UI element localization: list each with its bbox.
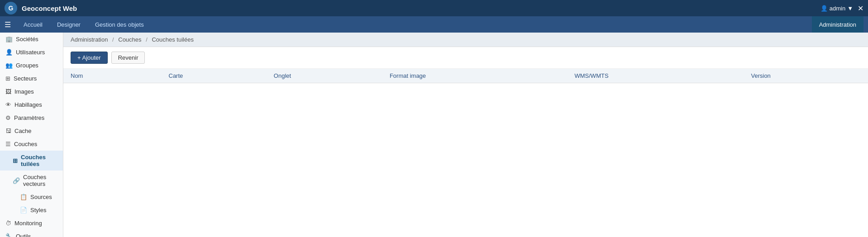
outils-icon: 🔧 <box>5 233 13 237</box>
back-button[interactable]: Revenir <box>111 52 145 64</box>
sidebar-item-parametres[interactable]: ⚙Paramètres <box>0 111 63 124</box>
navbar: ☰ Accueil Designer Gestion des objets Ad… <box>0 16 868 33</box>
sidebar-item-sources[interactable]: 📋Sources <box>0 190 63 204</box>
sidebar-item-groupes[interactable]: 👥Groupes <box>0 59 63 72</box>
sources-icon: 📋 <box>20 194 27 200</box>
data-table: Nom Carte Onglet Format image WMS/WMTS V… <box>63 69 868 83</box>
sidebar-label-cache: Cache <box>14 128 32 134</box>
col-format-image: Format image <box>382 69 568 83</box>
sidebar-item-images[interactable]: 🖼Images <box>0 85 63 98</box>
breadcrumb-part-2: Couches tuilées <box>152 36 194 43</box>
sidebar-label-groupes: Groupes <box>16 62 38 69</box>
table-area: Nom Carte Onglet Format image WMS/WMTS V… <box>63 69 868 237</box>
col-version: Version <box>744 69 868 83</box>
habillages-icon: 👁 <box>5 101 11 108</box>
username-label: admin <box>830 5 845 12</box>
sidebar-label-parametres: Paramètres <box>14 114 44 121</box>
sidebar-label-styles: Styles <box>30 207 46 213</box>
sidebar-label-couches-tuiles: Couches tuilées <box>21 154 57 167</box>
main-content: Administration / Couches / Couches tuilé… <box>63 33 868 237</box>
close-icon[interactable]: ✕ <box>858 4 863 13</box>
sidebar-label-couches: Couches <box>14 141 37 147</box>
sidebar-item-cache[interactable]: 🖫Cache <box>0 124 63 137</box>
sidebar-label-images: Images <box>14 88 34 95</box>
couches-icon: ☰ <box>5 141 11 147</box>
app-logo: G <box>5 2 17 14</box>
col-onglet: Onglet <box>267 69 382 83</box>
sidebar-label-outils: Outils <box>16 233 31 237</box>
sidebar-item-couches-tuiles[interactable]: ⊞Couches tuilées <box>0 151 63 171</box>
topbar-right: 👤 admin ▼ ✕ <box>820 4 863 13</box>
breadcrumb: Administration / Couches / Couches tuilé… <box>63 33 868 47</box>
images-icon: 🖼 <box>5 88 11 95</box>
cache-icon: 🖫 <box>5 128 11 134</box>
breadcrumb-sep-1: / <box>146 36 148 43</box>
sidebar-label-couches-vecteurs: Couches vecteurs <box>23 174 57 187</box>
nav-accueil[interactable]: Accueil <box>17 19 49 31</box>
monitoring-icon: ⏱ <box>5 220 11 227</box>
sidebar-label-societes: Sociétés <box>16 36 38 43</box>
sidebar-item-secteurs[interactable]: ⊞Secteurs <box>0 72 63 85</box>
sidebar-label-monitoring: Monitoring <box>14 220 42 227</box>
sidebar-item-monitoring[interactable]: ⏱Monitoring <box>0 217 63 230</box>
breadcrumb-part-0: Administration <box>71 36 108 43</box>
breadcrumb-part-1: Couches <box>118 36 141 43</box>
table-header-row: Nom Carte Onglet Format image WMS/WMTS V… <box>63 69 868 83</box>
couches-vecteurs-icon: 🔗 <box>13 177 20 184</box>
user-icon: 👤 <box>820 5 828 12</box>
groupes-icon: 👥 <box>5 62 13 69</box>
hamburger-icon[interactable]: ☰ <box>5 20 11 29</box>
navbar-left: ☰ Accueil Designer Gestion des objets <box>5 19 150 31</box>
parametres-icon: ⚙ <box>5 114 11 121</box>
topbar-left: G Geoconcept Web <box>5 2 77 14</box>
styles-icon: 📄 <box>20 207 27 213</box>
col-nom: Nom <box>63 69 162 83</box>
col-wms-wmts: WMS/WMTS <box>567 69 744 83</box>
sidebar-item-couches-vecteurs[interactable]: 🔗Couches vecteurs <box>0 171 63 190</box>
societes-icon: 🏢 <box>5 36 13 43</box>
couches-tuiles-icon: ⊞ <box>13 157 18 164</box>
col-carte: Carte <box>162 69 267 83</box>
topbar: G Geoconcept Web 👤 admin ▼ ✕ <box>0 0 868 16</box>
sidebar: 🏢Sociétés👤Utilisateurs👥Groupes⊞Secteurs🖼… <box>0 33 63 237</box>
sidebar-label-sources: Sources <box>30 194 52 200</box>
dropdown-icon: ▼ <box>847 5 853 12</box>
sidebar-label-habillages: Habillages <box>14 101 42 108</box>
administration-button[interactable]: Administration <box>812 16 863 33</box>
sidebar-item-societes[interactable]: 🏢Sociétés <box>0 33 63 46</box>
sidebar-item-couches[interactable]: ☰Couches <box>0 137 63 151</box>
nav-designer[interactable]: Designer <box>51 19 87 31</box>
add-button[interactable]: + Ajouter <box>71 52 108 64</box>
utilisateurs-icon: 👤 <box>5 49 13 56</box>
sidebar-item-outils[interactable]: 🔧Outils <box>0 230 63 237</box>
sidebar-label-secteurs: Secteurs <box>14 75 37 82</box>
sidebar-label-utilisateurs: Utilisateurs <box>16 49 45 56</box>
sidebar-item-styles[interactable]: 📄Styles <box>0 204 63 217</box>
sidebar-item-utilisateurs[interactable]: 👤Utilisateurs <box>0 46 63 59</box>
breadcrumb-sep-0: / <box>112 36 114 43</box>
app-title: Geoconcept Web <box>22 5 77 12</box>
nav-gestion[interactable]: Gestion des objets <box>89 19 150 31</box>
secteurs-icon: ⊞ <box>5 75 10 82</box>
user-menu[interactable]: 👤 admin ▼ <box>820 5 853 12</box>
layout: 🏢Sociétés👤Utilisateurs👥Groupes⊞Secteurs🖼… <box>0 33 868 237</box>
toolbar: + Ajouter Revenir <box>63 47 868 69</box>
sidebar-item-habillages[interactable]: 👁Habillages <box>0 98 63 111</box>
